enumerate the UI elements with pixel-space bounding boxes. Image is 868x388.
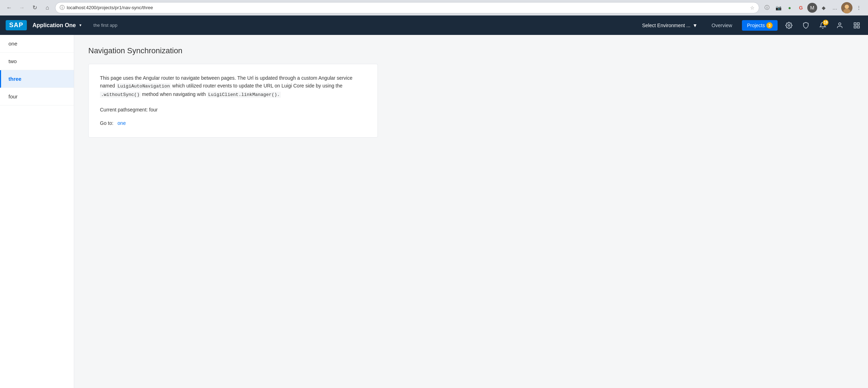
sidebar-item-three[interactable]: three — [0, 70, 74, 88]
svg-rect-8 — [857, 26, 860, 28]
svg-point-3 — [788, 24, 790, 26]
home-button[interactable]: ⌂ — [42, 3, 52, 13]
projects-button[interactable]: Projects 3 — [742, 20, 778, 31]
app-shell: SAP Application One ▼ the first app Sele… — [0, 16, 868, 388]
service-name-code: LuigiAutoNavigation — [117, 83, 171, 89]
svg-rect-7 — [854, 26, 856, 28]
extension-icon-shield[interactable]: ● — [785, 3, 795, 13]
extension-icon-grid[interactable]: … — [830, 3, 840, 13]
svg-point-1 — [845, 5, 849, 9]
app-subtitle: the first app — [94, 23, 118, 28]
sidebar-item-three-label: three — [8, 76, 22, 82]
browser-actions: ⓘ 📷 ● G M ◆ … ⋮ — [762, 2, 864, 13]
sidebar: one two three four — [0, 35, 74, 388]
goto-one-link[interactable]: one — [118, 120, 126, 126]
extension-icon-g[interactable]: G — [796, 3, 806, 13]
notification-badge: 19 — [823, 20, 828, 25]
current-pathsegment: Current pathsegment: four — [100, 106, 366, 114]
address-bar: ⓘ ☆ — [55, 2, 759, 13]
main-layout: one two three four Navigation Synchroniz… — [0, 35, 868, 388]
browser-avatar[interactable] — [841, 2, 852, 13]
notification-icon-button[interactable]: 19 — [817, 20, 828, 31]
shield-icon-button[interactable] — [800, 20, 811, 31]
url-input[interactable] — [67, 5, 748, 10]
reload-button[interactable]: ↻ — [30, 3, 40, 13]
user-icon-button[interactable] — [834, 20, 845, 31]
projects-badge: 3 — [766, 22, 773, 29]
bookmark-icon[interactable]: ☆ — [750, 5, 755, 11]
goto-label: Go to: — [100, 120, 113, 126]
info-icon: ⓘ — [60, 5, 65, 11]
method-name-code: .withoutSync() — [100, 92, 141, 98]
sidebar-item-two-label: two — [8, 58, 17, 64]
sidebar-item-one[interactable]: one — [0, 35, 74, 53]
extension-icon-1[interactable]: ⓘ — [762, 3, 772, 13]
settings-icon-button[interactable] — [783, 20, 795, 31]
svg-point-4 — [839, 23, 841, 25]
svg-rect-6 — [857, 23, 860, 25]
link-manager-code: LuigiClient.linkManager(). — [207, 92, 281, 98]
select-env-dropdown[interactable]: Select Environment ... ▼ — [638, 20, 702, 30]
page-title: Navigation Synchronization — [88, 46, 854, 55]
forward-button[interactable]: → — [17, 3, 27, 13]
extension-icon-m[interactable]: M — [807, 3, 817, 13]
select-env-label: Select Environment ... — [642, 23, 690, 28]
app-title-chevron-icon: ▼ — [79, 23, 82, 27]
content-card: This page uses the Angular router to nav… — [88, 64, 378, 138]
grid-icon-button[interactable] — [851, 20, 862, 31]
goto-line: Go to: one — [100, 119, 366, 127]
projects-label: Projects — [747, 23, 765, 28]
top-nav: SAP Application One ▼ the first app Sele… — [0, 16, 868, 35]
overview-link[interactable]: Overview — [707, 20, 736, 30]
description-text-3: method when navigating with — [141, 91, 207, 97]
svg-rect-5 — [854, 23, 856, 25]
app-title: Application One — [32, 22, 76, 29]
browser-chrome: ← → ↻ ⌂ ⓘ ☆ ⓘ 📷 ● G M ◆ … ⋮ — [0, 0, 868, 16]
description-paragraph: This page uses the Angular router to nav… — [100, 74, 366, 99]
extension-icon-camera[interactable]: 📷 — [773, 3, 783, 13]
sidebar-item-four[interactable]: four — [0, 88, 74, 105]
sidebar-item-one-label: one — [8, 41, 17, 47]
sidebar-item-two[interactable]: two — [0, 53, 74, 70]
app-title-section[interactable]: Application One ▼ — [32, 22, 82, 29]
sidebar-item-four-label: four — [8, 93, 18, 99]
extension-icon-puzzle[interactable]: ◆ — [819, 3, 828, 13]
select-env-chevron-icon: ▼ — [692, 23, 697, 28]
content-area: Navigation Synchronization This page use… — [74, 35, 868, 388]
description-text-2: which utilized router events to update t… — [171, 83, 343, 89]
browser-menu-button[interactable]: ⋮ — [854, 3, 864, 13]
back-button[interactable]: ← — [4, 3, 14, 13]
sap-logo[interactable]: SAP — [6, 20, 27, 30]
